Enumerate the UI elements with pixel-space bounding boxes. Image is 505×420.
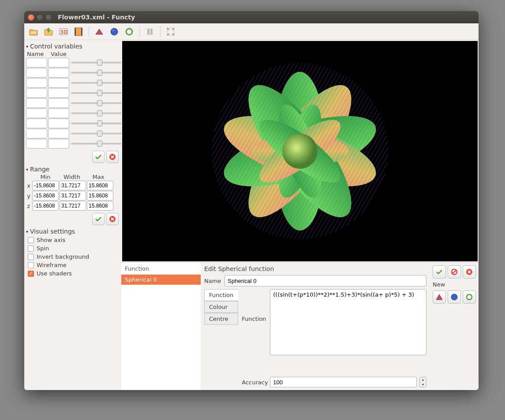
checkbox-label: Spin (37, 245, 49, 252)
function-list-item[interactable]: Spherical 0 (121, 275, 201, 285)
checkbox[interactable] (28, 237, 34, 243)
range-width-input[interactable] (60, 201, 86, 211)
spinner-up-icon[interactable]: ▴ (420, 377, 426, 382)
control-var-name-input[interactable] (26, 58, 47, 67)
pause-button[interactable] (143, 25, 157, 38)
checkbox[interactable] (28, 262, 34, 268)
control-var-slider[interactable] (71, 92, 121, 94)
add-curve-button[interactable] (123, 25, 136, 38)
control-var-value-input[interactable] (48, 68, 69, 78)
control-var-value-input[interactable] (48, 129, 69, 138)
control-var-name-input[interactable] (26, 68, 47, 78)
control-var-name-input[interactable] (26, 119, 47, 128)
range-width-input[interactable] (60, 181, 86, 190)
function-field-label: Function (242, 289, 267, 322)
control-vars-cancel-button[interactable] (106, 151, 119, 163)
editor-apply-button[interactable] (433, 265, 446, 279)
new-spherical-button[interactable] (448, 290, 461, 304)
control-var-value-input[interactable] (48, 98, 69, 108)
range-max-input[interactable] (87, 201, 113, 211)
control-var-row (26, 78, 120, 88)
range-header[interactable]: Range (26, 165, 120, 174)
tab-function[interactable]: Function (204, 289, 238, 301)
range-width-input[interactable] (60, 191, 86, 201)
axis-label: x (26, 182, 31, 189)
editor-discard-button[interactable] (448, 265, 461, 279)
curve-icon (124, 27, 134, 37)
control-var-value-input[interactable] (48, 78, 69, 88)
visual-option[interactable]: Wireframe (26, 261, 120, 269)
open-button[interactable] (27, 25, 40, 38)
control-var-name-input[interactable] (26, 139, 47, 149)
cartesian-icon (435, 293, 443, 301)
window-close-button[interactable] (28, 14, 34, 21)
control-var-value-input[interactable] (48, 58, 69, 67)
control-var-name-input[interactable] (26, 129, 47, 138)
control-var-slider[interactable] (71, 82, 121, 84)
checkbox-label: Show axis (37, 237, 65, 243)
new-curve-button[interactable] (463, 290, 476, 304)
titlebar[interactable]: Flower03.xml - Functy (24, 11, 479, 23)
window-maximize-button[interactable] (45, 14, 52, 21)
range-min-input[interactable] (32, 191, 59, 201)
control-var-slider[interactable] (71, 123, 121, 124)
checkbox[interactable] (28, 271, 34, 277)
checkbox[interactable] (28, 254, 34, 260)
range-cancel-button[interactable] (106, 213, 119, 225)
range-row: z (26, 201, 120, 211)
control-vars-header[interactable]: Control variables (26, 42, 120, 51)
control-var-slider[interactable] (71, 72, 121, 74)
function-textarea[interactable] (270, 289, 426, 355)
window-minimize-button[interactable] (37, 14, 43, 21)
visual-option[interactable]: Use shaders (26, 269, 120, 278)
range-apply-button[interactable] (92, 213, 105, 225)
control-vars-apply-button[interactable] (92, 151, 105, 163)
accuracy-input[interactable] (270, 377, 417, 387)
control-var-value-input[interactable] (48, 139, 69, 149)
accuracy-spinner[interactable]: ▴▾ (419, 377, 426, 387)
range-max-input[interactable] (87, 181, 113, 190)
control-var-slider[interactable] (71, 143, 121, 145)
tab-colour[interactable]: Colour (204, 301, 238, 313)
control-var-value-input[interactable] (48, 108, 69, 118)
svg-point-5 (111, 28, 118, 35)
visual-option[interactable]: Invert background (26, 253, 120, 261)
main-area: Function Spherical 0 Edit Spherical func… (121, 40, 479, 390)
new-cartesian-button[interactable] (433, 290, 446, 304)
control-var-slider[interactable] (71, 62, 121, 63)
control-var-slider[interactable] (71, 112, 121, 114)
save-button[interactable] (42, 25, 55, 38)
control-var-value-input[interactable] (48, 88, 69, 98)
visual-option[interactable]: Show axis (26, 236, 120, 244)
checkbox[interactable] (28, 245, 34, 252)
control-var-slider[interactable] (71, 133, 121, 134)
control-var-name-input[interactable] (26, 78, 47, 88)
toolbar-separator (139, 26, 140, 37)
control-var-slider[interactable] (71, 102, 121, 104)
visual-settings-header[interactable]: Visual settings (26, 227, 120, 236)
spinner-down-icon[interactable]: ▾ (420, 382, 426, 387)
control-var-name-input[interactable] (26, 98, 47, 108)
control-var-name-input[interactable] (26, 108, 47, 118)
add-cartesian-button[interactable] (93, 25, 106, 38)
control-var-value-input[interactable] (48, 119, 69, 128)
svg-rect-4 (81, 28, 82, 36)
export-video-button[interactable] (72, 25, 85, 38)
window-title: Flower03.xml - Functy (58, 14, 135, 21)
function-name-input[interactable] (224, 275, 426, 286)
control-var-name-input[interactable] (26, 88, 47, 98)
fullscreen-button[interactable] (164, 25, 177, 38)
range-min-input[interactable] (32, 201, 59, 211)
range-max-input[interactable] (87, 191, 113, 201)
3d-viewport[interactable] (122, 41, 478, 261)
add-spherical-button[interactable] (108, 25, 121, 38)
svg-point-34 (451, 294, 457, 300)
cancel-icon (466, 268, 473, 275)
function-list-header: Function (121, 263, 201, 275)
editor-delete-button[interactable] (463, 265, 476, 279)
range-min-input[interactable] (32, 181, 59, 190)
editor-actions: New (430, 263, 479, 390)
export-3d-button[interactable]: 3D (57, 25, 70, 38)
visual-option[interactable]: Spin (26, 244, 120, 253)
tab-centre[interactable]: Centre (204, 313, 238, 325)
